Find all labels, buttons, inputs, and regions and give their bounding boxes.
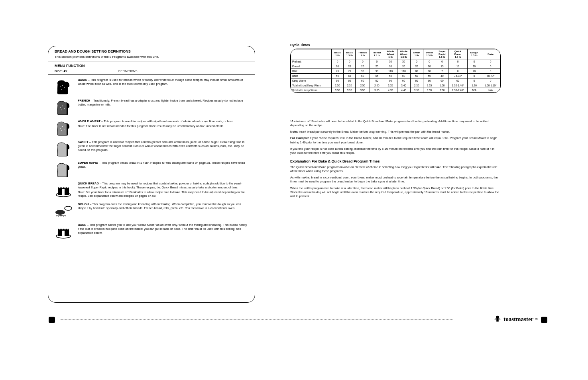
cycle-cell: 0 — [467, 59, 481, 64]
function-desc: – This program does the mixing and knead… — [78, 202, 241, 210]
cycle-cell: 55 — [384, 74, 397, 78]
cycle-times-table: Basic1 lbBasic1.5 lbFrench1 lbFrench1.5 … — [290, 49, 501, 93]
cycle-row-label: Total with Keep Warm — [291, 88, 332, 93]
cycle-cell: 60-70* — [481, 74, 500, 78]
cycle-cell: 55 — [331, 74, 343, 78]
function-row: WHOLE WHEAT – This program is used for r… — [48, 116, 255, 137]
cycle-header: Sweet1 lb — [410, 49, 423, 59]
legend-title: MENU FUNCTION — [48, 61, 255, 69]
function-note: Note: The timer is not recommended for t… — [78, 124, 248, 128]
for-example-body: If your recipe requires 1:30 in the Brea… — [290, 136, 497, 144]
for-example-label: For example: — [290, 136, 309, 140]
cycle-cell: 90 — [370, 69, 384, 74]
cycle-cell: 0 — [410, 59, 423, 64]
note-label: Note: — [290, 130, 298, 133]
cycle-cell: 60 — [344, 78, 356, 83]
cycle-cell: 0 — [467, 78, 481, 83]
cycle-cell: 80 — [423, 69, 436, 74]
cake-icon — [55, 223, 72, 241]
cycle-cell: 60 — [423, 78, 436, 83]
cycle-row-label: Keep Warm — [291, 78, 332, 83]
svg-point-20 — [496, 316, 499, 319]
svg-point-11 — [64, 129, 65, 129]
cycle-cell: 0 — [481, 78, 500, 83]
svg-rect-19 — [62, 231, 65, 236]
svg-rect-22 — [495, 318, 497, 320]
svg-point-5 — [62, 106, 63, 106]
cycle-cell: 74-84* — [448, 74, 468, 78]
cycle-cell: 20 — [356, 64, 370, 69]
slice-light-icon — [55, 161, 72, 178]
function-desc: – This program allows you to use your Br… — [78, 223, 247, 235]
cycle-cell: 20 — [423, 64, 436, 69]
panel-subtitle: This section provides definitions of the… — [48, 55, 255, 61]
cycle-header: Basic1.5 lb — [344, 49, 356, 59]
svg-point-10 — [61, 130, 62, 131]
cycle-cell: 3:35 — [423, 88, 436, 93]
note-star: *A minimum of 10 minutes will need to be… — [290, 119, 501, 127]
function-name: FRENCH — [78, 99, 90, 102]
svg-point-1 — [62, 85, 63, 86]
cycle-row-label: Total without Keep Warm — [291, 83, 332, 88]
cycle-cell: 60 — [384, 78, 397, 83]
page-footer: toastmaster® — [0, 315, 588, 324]
cycle-cell: 7 — [436, 69, 448, 74]
explain-body-2: As with making bread in a conventional o… — [290, 176, 501, 184]
slice-dark-icon — [55, 78, 72, 96]
cycle-cell: 2:35 — [423, 83, 436, 88]
svg-point-15 — [65, 206, 72, 210]
cycle-header — [291, 49, 332, 59]
cycle-cell: 3:40 — [397, 83, 410, 88]
function-body: WHOLE WHEAT – This program is used for r… — [78, 119, 248, 128]
cycle-header: Basic1 lb — [331, 49, 343, 59]
cycle-cell: 1:00 — [436, 83, 448, 88]
cycle-cell: 110 — [384, 69, 397, 74]
cycle-cell: 2:00 — [436, 88, 448, 93]
function-row: QUICK BREAD – This program may be used f… — [48, 178, 255, 199]
svg-point-3 — [64, 87, 65, 88]
function-row: SUPER RAPID – This program bakes bread i… — [48, 158, 255, 178]
cycle-cell: 2:55 — [370, 83, 384, 88]
cycle-cell: 20 — [370, 64, 384, 69]
function-desc: – This program is used for breads which … — [78, 78, 243, 86]
cycle-cell: 0 — [448, 69, 468, 74]
cycle-header: WholeWheat1 lb — [384, 49, 397, 59]
svg-point-8 — [60, 128, 61, 129]
cycle-cell: 110 — [397, 69, 410, 74]
cycle-cell: 80 — [410, 69, 423, 74]
cycle-cell: 60 — [436, 78, 448, 83]
cycle-cell: 60 — [397, 78, 410, 83]
footer-rule — [60, 319, 452, 320]
cycle-header: SuperRapid1.5 lb — [436, 49, 448, 59]
function-name: WHOLE WHEAT — [78, 119, 100, 123]
cycle-cell: 20 — [344, 64, 356, 69]
cycle-cell: 20 — [331, 64, 343, 69]
cycle-header: French1.5 lb — [370, 49, 384, 59]
cycle-cell: 4:35 — [384, 88, 397, 93]
function-row: BAKE – This program allows you to use yo… — [48, 220, 255, 241]
function-name: BAKE — [78, 223, 86, 227]
svg-point-0 — [60, 86, 61, 87]
dough-icon — [55, 202, 72, 220]
cycle-cell: N/A — [467, 88, 481, 93]
cycle-cell: 0 — [370, 59, 384, 64]
function-name: QUICK BREAD — [78, 182, 99, 185]
cycle-row-label: Knead — [291, 64, 332, 69]
cycle-cell: 0 — [481, 64, 500, 69]
cycle-cell: 90 — [356, 69, 370, 74]
cycle-cell: 4:40 — [397, 88, 410, 93]
cycle-cell: 20 — [397, 64, 410, 69]
cake-icon — [55, 182, 72, 199]
cycle-header: QuickBread1.5 lb — [448, 49, 468, 59]
cycle-cell: 20 — [410, 64, 423, 69]
svg-point-9 — [62, 126, 63, 127]
cycle-cell: 70 — [467, 69, 481, 74]
brand-logo: toastmaster® — [493, 315, 538, 323]
cycle-cell: 0 — [448, 59, 468, 64]
notes-block: *A minimum of 10 minutes will need to be… — [290, 119, 501, 201]
cycle-cell: 3:30 — [331, 88, 343, 93]
function-body: DOUGH – This program does the mixing and… — [78, 202, 248, 210]
function-body: SUPER RAPID – This program bakes bread i… — [78, 161, 248, 169]
cycle-cell: 0 — [467, 74, 481, 78]
cycle-times-title: Cycle Times — [290, 43, 310, 47]
